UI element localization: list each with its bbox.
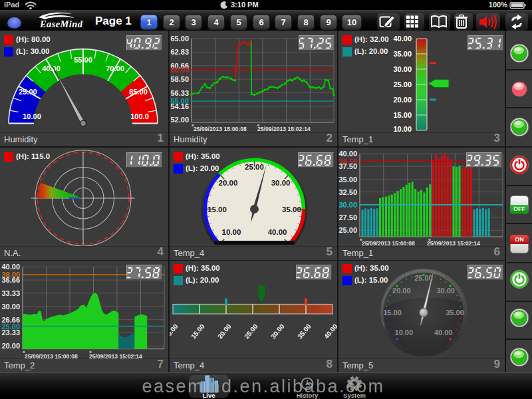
svg-text:25/09/2013 15:00:08: 25/09/2013 15:00:08: [194, 126, 247, 132]
svg-text:25.00: 25.00: [338, 226, 357, 234]
svg-text:35.00: 35.00: [296, 323, 313, 340]
svg-text:55.00: 55.00: [74, 56, 92, 64]
svg-text:25.00: 25.00: [19, 88, 37, 96]
svg-text:25.00: 25.00: [414, 274, 433, 282]
svg-text:15.00: 15.00: [393, 111, 412, 119]
svg-text:30.00: 30.00: [393, 65, 412, 73]
svg-text:40.00: 40.00: [323, 323, 337, 340]
svg-text:10.00: 10.00: [393, 125, 412, 133]
svg-text:20.00: 20.00: [1, 342, 20, 350]
svg-text:10.00: 10.00: [23, 112, 41, 120]
svg-text:25.00: 25.00: [393, 80, 412, 88]
svg-text:100.0: 100.0: [130, 112, 149, 120]
svg-text:56.33: 56.33: [170, 89, 189, 97]
svg-text:65.00: 65.00: [170, 35, 189, 43]
svg-text:25.00: 25.00: [243, 323, 259, 340]
svg-text:15.00: 15.00: [190, 323, 206, 340]
svg-text:EaseMind: EaseMind: [39, 19, 83, 29]
svg-text:10.00: 10.00: [395, 329, 414, 336]
svg-text:23.33: 23.33: [1, 329, 20, 336]
svg-text:40.00: 40.00: [1, 263, 20, 271]
svg-text:35.00: 35.00: [338, 176, 357, 184]
svg-text:40.00: 40.00: [393, 35, 412, 43]
svg-text:20.00: 20.00: [219, 179, 238, 187]
svg-text:10.00: 10.00: [170, 323, 180, 340]
svg-text:40.00: 40.00: [268, 228, 287, 236]
svg-text:40.00: 40.00: [338, 150, 357, 158]
svg-text:30.00: 30.00: [269, 323, 286, 340]
svg-text:36.66: 36.66: [1, 276, 20, 284]
svg-text:20.00: 20.00: [393, 96, 412, 104]
svg-text:35.00: 35.00: [446, 309, 464, 317]
svg-text:20.00: 20.00: [392, 287, 411, 295]
svg-text:20.00: 20.00: [216, 323, 233, 340]
svg-text:10.00: 10.00: [222, 228, 241, 236]
svg-text:15.00: 15.00: [207, 205, 227, 213]
svg-text:37.50: 37.50: [338, 162, 357, 170]
svg-text:35.00: 35.00: [282, 205, 301, 213]
svg-text:60.00: 60.00: [170, 66, 189, 74]
svg-text:58.50: 58.50: [170, 75, 189, 83]
svg-text:30.00: 30.00: [271, 179, 291, 187]
svg-text:40.00: 40.00: [434, 329, 453, 336]
svg-text:30.00: 30.00: [1, 303, 20, 311]
svg-text:35.00: 35.00: [393, 50, 412, 58]
svg-text:62.83: 62.83: [170, 48, 189, 56]
svg-text:33.33: 33.33: [1, 289, 20, 297]
svg-text:27.50: 27.50: [338, 213, 357, 221]
svg-text:54.16: 54.16: [170, 102, 189, 110]
svg-text:25.00: 25.00: [245, 163, 264, 171]
svg-text:15.00: 15.00: [383, 309, 402, 317]
svg-text:70.00: 70.00: [106, 65, 124, 72]
svg-text:85.00: 85.00: [129, 88, 148, 96]
svg-text:40.00: 40.00: [42, 65, 61, 72]
svg-text:30.00: 30.00: [436, 287, 455, 295]
svg-text:52.00: 52.00: [170, 116, 189, 124]
svg-text:32.50: 32.50: [338, 188, 357, 196]
svg-text:30.00: 30.00: [338, 201, 357, 209]
svg-text:25/09/2013 15:02:14: 25/09/2013 15:02:14: [257, 126, 311, 132]
